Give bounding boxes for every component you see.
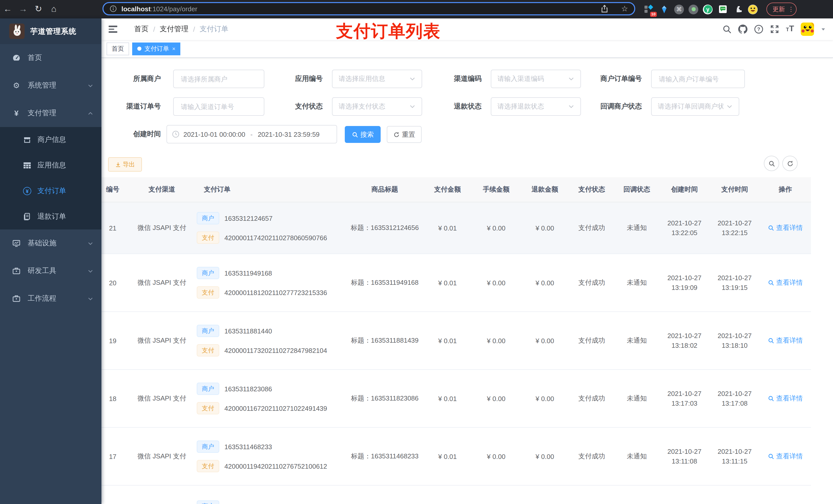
channel-order-no: 4200001174202110278060590766 bbox=[224, 234, 327, 241]
sidebar-toggle-icon[interactable] bbox=[101, 26, 131, 33]
actions-cell: 查看详情 bbox=[760, 254, 811, 312]
pay-amount: ¥ 0.01 bbox=[423, 427, 472, 485]
product-title: 标题：1635311823086 bbox=[346, 369, 423, 427]
tags-view: 首页 支付订单 × bbox=[101, 40, 833, 58]
pay-status-select[interactable]: 请选择支付状态 bbox=[332, 97, 422, 116]
merchant-tag: 商户 bbox=[197, 440, 219, 453]
search-button[interactable]: 搜索 bbox=[345, 126, 381, 143]
font-size-icon[interactable]: TT bbox=[786, 24, 794, 34]
pay-time: 2021-10-2713:18:10 bbox=[710, 312, 760, 369]
date-start: 2021-10-01 00:00:00 bbox=[184, 130, 245, 138]
sidebar-item-refund-order[interactable]: 退款订单 bbox=[0, 204, 101, 230]
merchant-order-no: 1635311949168 bbox=[224, 269, 272, 277]
export-button[interactable]: 导出 bbox=[108, 157, 142, 172]
sidebar: 芋道管理系统 首页 ⚙ 系统管理 ¥ bbox=[0, 19, 101, 504]
back-button[interactable]: ← bbox=[0, 0, 15, 19]
view-detail-link[interactable]: 查看详情 bbox=[768, 336, 803, 345]
fee-amount: ¥ 0.00 bbox=[472, 202, 521, 254]
ext-dot-icon[interactable] bbox=[689, 4, 698, 14]
channel-order-no-input[interactable] bbox=[180, 102, 258, 111]
field-label: 渠道编码 bbox=[422, 70, 481, 88]
order-id: 21 bbox=[101, 202, 131, 254]
sidebar-item-infrastructure[interactable]: 基础设施 bbox=[0, 230, 101, 257]
col-id: 编号 bbox=[101, 177, 131, 202]
tab-pay-order[interactable]: 支付订单 × bbox=[132, 42, 181, 55]
browser-update-button[interactable]: 更新 ⋮ bbox=[766, 3, 796, 16]
fee-amount: ¥ 0.00 bbox=[472, 254, 521, 312]
col-actions: 操作 bbox=[760, 177, 811, 202]
avatar[interactable] bbox=[801, 23, 814, 36]
breadcrumb-payment[interactable]: 支付管理 bbox=[160, 25, 189, 34]
close-icon[interactable]: × bbox=[172, 46, 175, 52]
pay-channel bbox=[131, 485, 193, 504]
ext-puzzle-icon[interactable] bbox=[733, 4, 743, 15]
channel-code-select[interactable]: 请输入渠道编码 bbox=[491, 70, 581, 88]
fee-amount: ¥ 0.00 bbox=[472, 369, 521, 427]
notify-status-select[interactable]: 请选择订单回调商户状态 bbox=[651, 97, 739, 116]
ext-balloon-icon[interactable] bbox=[659, 4, 670, 15]
sidebar-item-payment[interactable]: ¥ 支付管理 bbox=[0, 99, 101, 127]
refresh-table-button[interactable] bbox=[782, 156, 798, 171]
view-detail-link[interactable]: 查看详情 bbox=[768, 394, 803, 403]
merchant-select[interactable] bbox=[173, 70, 264, 88]
merchant-order-no-field[interactable] bbox=[651, 70, 745, 88]
show-search-button[interactable] bbox=[764, 156, 779, 171]
tab-home[interactable]: 首页 bbox=[106, 42, 129, 55]
merchant-tag: 商户 bbox=[197, 212, 219, 224]
sidebar-item-system[interactable]: ⚙ 系统管理 bbox=[0, 72, 101, 99]
sidebar-item-app-info[interactable]: 应用信息 bbox=[0, 153, 101, 178]
sidebar-item-home[interactable]: 首页 bbox=[0, 44, 101, 72]
home-button[interactable]: ⌂ bbox=[46, 0, 62, 19]
sidebar-item-dev-tools[interactable]: 研发工具 bbox=[0, 257, 101, 285]
pay-status: 支付成功 bbox=[569, 202, 614, 254]
fullscreen-icon[interactable] bbox=[770, 25, 779, 34]
browser-menu-icon[interactable]: ⋮ bbox=[788, 7, 794, 12]
sidebar-item-pay-order[interactable]: ¥ 支付订单 bbox=[0, 178, 101, 204]
ext-chat-icon[interactable] bbox=[717, 4, 728, 15]
orders-table: 编号 支付渠道 支付订单 商品标题 支付金额 手续金额 退款金额 支付状态 回调… bbox=[101, 177, 811, 504]
breadcrumb-home[interactable]: 首页 bbox=[134, 25, 148, 34]
sidebar-item-merchant-info[interactable]: 商户信息 bbox=[0, 127, 101, 153]
ext-command-icon[interactable]: ⌘ bbox=[674, 4, 684, 14]
chevron-down-icon bbox=[409, 103, 415, 110]
col-notify-status: 回调状态 bbox=[614, 177, 659, 202]
chevron-down-icon bbox=[88, 240, 93, 246]
address-bar[interactable]: localhost:1024/pay/order ☆ bbox=[102, 2, 635, 15]
view-detail-link[interactable]: 查看详情 bbox=[768, 452, 803, 461]
caret-down-icon[interactable] bbox=[821, 27, 826, 32]
pay-tag: 支付 bbox=[197, 286, 219, 298]
channel-order-no-field[interactable] bbox=[173, 97, 264, 116]
channel-order-no: 4200001173202110272847982104 bbox=[224, 346, 327, 354]
merchant-order-no-input[interactable] bbox=[658, 74, 738, 83]
search-icon bbox=[768, 225, 774, 231]
ext-emoji-icon[interactable] bbox=[748, 4, 758, 14]
date-range-picker[interactable]: 2021-10-01 00:00:00 - 2021-10-31 23:59:5… bbox=[166, 125, 337, 143]
view-detail-link[interactable]: 查看详情 bbox=[768, 223, 803, 233]
pay-tag: 支付 bbox=[197, 402, 219, 414]
ext-y-green-icon[interactable]: y bbox=[703, 4, 713, 14]
view-detail-link[interactable]: 查看详情 bbox=[768, 278, 803, 287]
merchant-input[interactable] bbox=[180, 74, 258, 83]
refund-status-select[interactable]: 请选择退款状态 bbox=[491, 97, 581, 116]
extensions-row: 10 ⌘ y bbox=[643, 0, 796, 19]
notify-status: 未通知 bbox=[614, 312, 659, 369]
field-label: 渠道订单号 bbox=[101, 97, 161, 116]
app-select[interactable]: 请选择应用信息 bbox=[332, 70, 422, 88]
bookmark-star-icon[interactable]: ☆ bbox=[621, 4, 628, 13]
sidebar-item-workflow[interactable]: 工作流程 bbox=[0, 285, 101, 312]
help-icon[interactable]: ? bbox=[754, 25, 763, 34]
site-info-icon[interactable] bbox=[110, 5, 117, 12]
product-title: 标题：1635312124656 bbox=[346, 202, 423, 254]
share-icon[interactable] bbox=[600, 5, 609, 13]
col-pay-status: 支付状态 bbox=[569, 177, 614, 202]
github-icon[interactable] bbox=[738, 25, 747, 34]
navbar-actions: ? TT bbox=[722, 23, 833, 36]
search-icon[interactable] bbox=[722, 25, 732, 34]
ext-diamond-icon[interactable]: 10 bbox=[643, 4, 654, 15]
actions-cell: 查看详情 bbox=[760, 202, 811, 254]
forward-button[interactable]: → bbox=[15, 0, 31, 19]
pay-time: 2021-10-2713:17:08 bbox=[710, 369, 760, 427]
app-logo[interactable]: 芋道管理系统 bbox=[0, 19, 101, 44]
reload-button[interactable]: ↻ bbox=[31, 0, 46, 19]
reset-button[interactable]: 重置 bbox=[387, 126, 422, 143]
